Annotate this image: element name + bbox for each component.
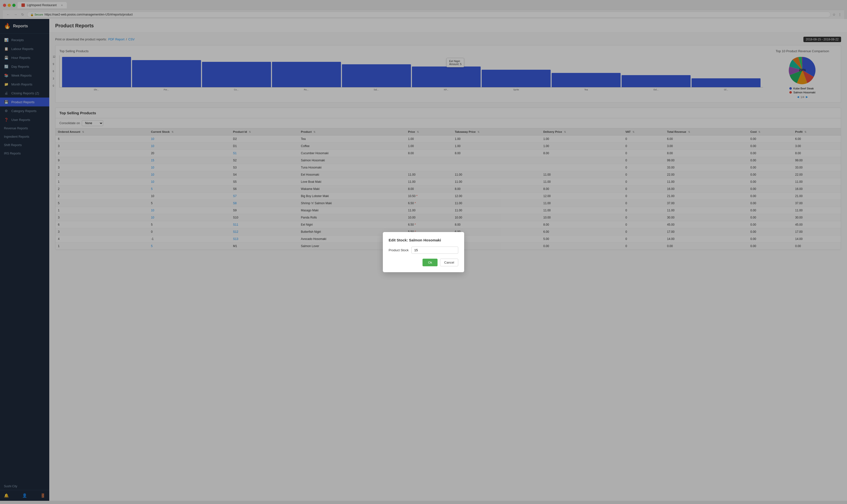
modal-overlay: Edit Stock: Salmon Hosomaki Product Stoc… (0, 0, 847, 501)
modal-field: Product Stock (389, 247, 458, 254)
modal-title: Edit Stock: Salmon Hosomaki (389, 238, 458, 242)
product-stock-input[interactable] (411, 247, 458, 254)
modal-field-label: Product Stock (389, 248, 409, 252)
modal-cancel-button[interactable]: Cancel (440, 259, 458, 266)
modal-actions: Ok Cancel (389, 259, 458, 266)
edit-stock-modal: Edit Stock: Salmon Hosomaki Product Stoc… (383, 232, 464, 272)
modal-ok-button[interactable]: Ok (422, 259, 437, 266)
